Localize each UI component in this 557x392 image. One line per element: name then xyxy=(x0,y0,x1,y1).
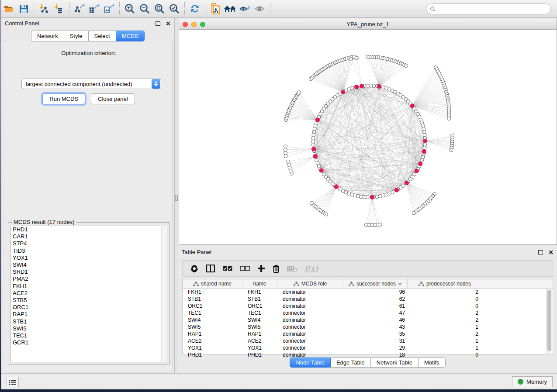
search-input[interactable] xyxy=(438,6,550,12)
export-table-button[interactable] xyxy=(87,1,102,16)
table-row[interactable]: RAP1RAP1dominator352 xyxy=(183,330,553,337)
tab-node-table[interactable]: Node Table xyxy=(290,358,331,368)
cell-MCDS-role: dominator xyxy=(277,317,343,323)
memory-status-icon xyxy=(518,379,523,385)
function-builder-button: f(x) xyxy=(304,264,318,273)
table-row[interactable]: ACE2ACE2connector311 xyxy=(183,337,553,344)
mcds-result-item[interactable]: PHD1 xyxy=(10,226,167,233)
table-panel-titlebar: Table Panel ✕ xyxy=(178,247,557,258)
task-history-button[interactable] xyxy=(7,377,19,387)
split-divider[interactable] xyxy=(174,18,178,373)
refresh-icon xyxy=(190,3,200,14)
import-network-button[interactable] xyxy=(37,1,52,16)
float-table-panel-icon[interactable] xyxy=(538,250,543,254)
mcds-result-item[interactable]: SRD1 xyxy=(10,268,167,275)
select-all-button[interactable] xyxy=(222,266,232,271)
toolbar-separator xyxy=(119,2,120,15)
tab-mcds[interactable]: MCDS xyxy=(116,31,145,41)
column-header-predecessor-nodes[interactable]: predecessor nodes xyxy=(408,279,482,288)
table-toolbar: f(x) xyxy=(182,260,553,277)
cell-predecessor-nodes: 0 xyxy=(408,296,482,302)
tab-motifs[interactable]: Motifs xyxy=(419,358,446,368)
mcds-result-groupbox: MCDS result (17 nodes) PHD1CAR1STP4TID3Y… xyxy=(8,222,170,364)
table-row[interactable]: SWI4SWI4dominator462 xyxy=(183,316,553,323)
table-row[interactable]: TEC1TEC1connector472 xyxy=(183,309,553,316)
eye-slash-icon xyxy=(239,4,251,14)
column-header-shared-name[interactable]: shared name xyxy=(183,279,242,288)
mcds-result-item[interactable]: TEC1 xyxy=(10,332,167,339)
deselect-all-button[interactable] xyxy=(240,266,250,271)
column-header-name[interactable]: name xyxy=(242,279,277,288)
zoom-selected-button[interactable] xyxy=(167,1,182,16)
export-image-button[interactable] xyxy=(102,1,117,16)
hide-graphics-details-button[interactable] xyxy=(238,1,253,16)
mcds-result-item[interactable]: FKH1 xyxy=(10,283,167,290)
import-table-disabled-button xyxy=(287,265,297,272)
mcds-result-item[interactable]: CAR1 xyxy=(10,233,167,240)
tab-network-table[interactable]: Network Table xyxy=(371,358,419,368)
mcds-result-item[interactable]: YOX1 xyxy=(10,254,167,261)
table-row[interactable]: SWI5SWI5connector431 xyxy=(183,323,553,330)
column-header-successor-nodes[interactable]: successor nodes xyxy=(343,279,408,288)
table-row[interactable]: FKH1FKH1dominator962 xyxy=(183,289,553,296)
divider-grip[interactable] xyxy=(175,195,178,201)
show-graphics-details-button[interactable] xyxy=(253,1,267,16)
network-canvas[interactable] xyxy=(179,30,557,244)
cell-successor-nodes: 18 xyxy=(343,352,408,358)
zoom-in-button[interactable] xyxy=(122,1,137,16)
delete-column-button[interactable] xyxy=(273,265,280,273)
zoom-out-button[interactable] xyxy=(137,1,152,16)
network-frame-titlebar[interactable]: YPA_prune.txt_1 xyxy=(179,19,557,30)
table-scrollbar[interactable] xyxy=(546,289,552,354)
mcds-result-item[interactable]: GCR1 xyxy=(10,339,167,346)
mcds-result-item[interactable]: ORC1 xyxy=(10,304,167,311)
export-network-button[interactable] xyxy=(72,1,87,16)
mcds-result-item[interactable]: STB5 xyxy=(10,297,167,304)
cell-name: ORC1 xyxy=(242,303,277,309)
tab-network[interactable]: Network xyxy=(31,31,64,41)
cell-MCDS-role: connector xyxy=(277,324,343,330)
result-list-scrollbar[interactable] xyxy=(161,226,167,362)
table-scrollbar-thumb[interactable] xyxy=(547,290,551,351)
mcds-result-list[interactable]: PHD1CAR1STP4TID3YOX1SWI4SRD1PMA2FKH1ACE2… xyxy=(10,226,167,362)
mcds-result-item[interactable]: TID3 xyxy=(10,248,167,254)
mcds-result-item[interactable]: ACE2 xyxy=(10,290,167,297)
network-overview-button[interactable] xyxy=(223,1,238,16)
create-column-button[interactable] xyxy=(257,265,265,272)
zoom-fit-button[interactable] xyxy=(152,1,167,16)
network-from-file-button[interactable] xyxy=(208,1,223,16)
search-box[interactable] xyxy=(426,3,551,14)
column-header-MCDS-role[interactable]: MCDS role xyxy=(277,279,343,288)
mcds-result-item[interactable]: SWI4 xyxy=(10,261,167,268)
table-row[interactable]: YOX1YOX1connector291 xyxy=(183,344,553,351)
mcds-result-item[interactable]: PMA2 xyxy=(10,275,167,282)
tab-edge-table[interactable]: Edge Table xyxy=(331,358,371,368)
optimization-criterion-dropdown[interactable]: largest connected component (undirected) xyxy=(21,79,161,89)
mcds-result-item[interactable]: RAP1 xyxy=(10,311,167,318)
table-row[interactable]: STB1STB1dominator620 xyxy=(183,296,553,303)
open-file-button[interactable] xyxy=(1,1,16,16)
table-settings-button[interactable] xyxy=(190,265,199,273)
close-panel-button[interactable]: Close panel xyxy=(91,93,135,104)
zoom-out-icon xyxy=(139,3,150,14)
close-panel-icon[interactable]: ✕ xyxy=(166,21,171,26)
tab-style[interactable]: Style xyxy=(64,31,89,41)
apply-layout-button[interactable] xyxy=(187,1,202,16)
column-label: MCDS role xyxy=(301,281,327,287)
run-mcds-button[interactable]: Run MCDS xyxy=(42,93,85,104)
mcds-result-item[interactable]: SWI5 xyxy=(10,325,167,332)
mcds-result-item[interactable]: STP4 xyxy=(10,240,167,247)
memory-button[interactable]: Memory xyxy=(512,376,553,387)
cell-name: SWI4 xyxy=(242,317,277,323)
table-row[interactable]: ORC1ORC1dominator610 xyxy=(183,303,553,309)
close-table-panel-icon[interactable]: ✕ xyxy=(548,250,554,254)
float-panel-icon[interactable] xyxy=(156,21,160,26)
save-session-button[interactable] xyxy=(16,1,31,16)
show-columns-button[interactable] xyxy=(206,265,215,272)
desktop: Control Panel ✕ NetworkStyleSelectMCDS O… xyxy=(0,0,557,392)
import-table-button[interactable] xyxy=(52,1,66,16)
cell-MCDS-role: dominator xyxy=(277,289,343,295)
tab-select[interactable]: Select xyxy=(89,31,116,41)
mcds-result-item[interactable]: STB1 xyxy=(10,318,167,325)
cell-predecessor-nodes: 0 xyxy=(408,303,482,309)
